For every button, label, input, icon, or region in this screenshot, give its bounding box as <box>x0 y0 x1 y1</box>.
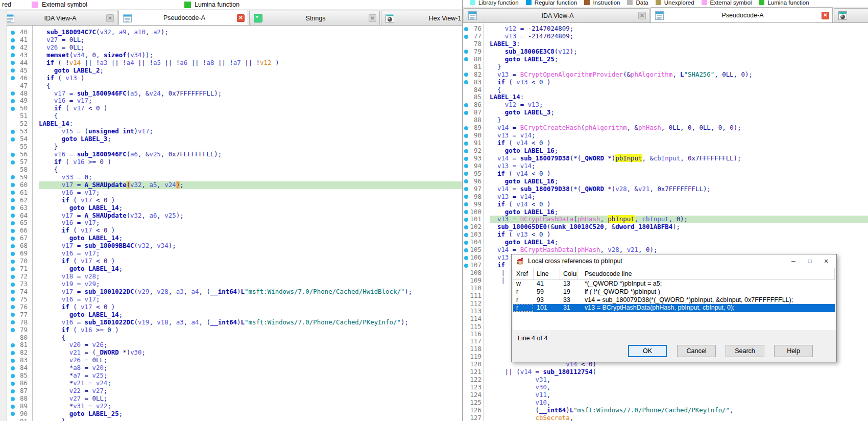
code-line[interactable]: 80 { <box>0 334 462 342</box>
code-line[interactable]: 60 v17 = A_SHAUpdate(v32, a5, v24); <box>0 181 462 189</box>
code-line[interactable]: 78 v16 = sub_1801022DC(v19, v18, a3, a4,… <box>0 319 462 326</box>
code-line[interactable]: 59 v33 = 0; <box>0 174 462 181</box>
code-line[interactable]: 76 if ( v17 < 0 ) <box>0 303 462 311</box>
code-line[interactable]: 68 v17 = sub_18009BB4C(v32, v34); <box>0 242 462 250</box>
code-line[interactable]: 51 { <box>0 112 462 120</box>
help-button[interactable]: Help <box>774 345 813 357</box>
code-line[interactable]: 77 goto LABEL_14; <box>0 311 462 319</box>
code-line[interactable]: 86 *v21 = v24; <box>0 380 462 387</box>
code-line[interactable]: 125 v10, <box>463 399 868 407</box>
code-line[interactable]: 101 v13 = BCryptHashData(phHash, pbInput… <box>463 216 868 223</box>
code-line[interactable]: 88 } <box>463 116 868 124</box>
tab-close-icon[interactable]: ✕ <box>237 14 245 22</box>
code-line[interactable]: 98 v13 = v14; <box>463 193 868 201</box>
code-line[interactable]: 77 v13 = -2147024809; <box>463 33 868 40</box>
tab-ida-view-a[interactable]: IDA View-A✕ <box>1 11 117 25</box>
code-line[interactable]: 70 if ( v17 < 0 ) <box>0 258 462 265</box>
code-line[interactable]: 122 v31, <box>463 376 868 384</box>
column-header-line[interactable]: Line <box>534 268 560 279</box>
code-line[interactable]: 66 if ( v17 < 0 ) <box>0 227 462 235</box>
code-line[interactable]: 104 goto LABEL_14; <box>463 239 868 246</box>
code-line[interactable]: 40 sub_180094C7C(v32, a9, a10, a2); <box>0 29 462 36</box>
code-line[interactable]: 90 v13 = v14; <box>463 132 868 139</box>
code-line[interactable]: 72 v18 = v28; <box>0 273 462 280</box>
code-line[interactable]: 123 v30, <box>463 384 868 391</box>
code-line[interactable]: 61 v16 = v17; <box>0 189 462 197</box>
code-line[interactable]: 92 goto LABEL_16; <box>463 147 868 155</box>
code-line[interactable]: 62 if ( v17 < 0 ) <box>0 197 462 204</box>
tab-hex-view-1[interactable]: Hex View-1 <box>834 8 868 22</box>
code-line[interactable]: 89 *v31 = v22; <box>0 403 462 410</box>
code-line[interactable]: 43 memset(v34, 0, sizeof(v34)); <box>0 52 462 59</box>
code-line[interactable]: 89 v14 = BCryptCreateHash(phAlgorithm, &… <box>463 124 868 132</box>
search-button[interactable]: Search <box>726 345 764 357</box>
code-line[interactable]: 103 if ( v13 < 0 ) <box>463 231 868 239</box>
code-line[interactable]: 81 } <box>463 63 868 71</box>
column-header-column[interactable]: Column <box>560 268 577 279</box>
code-line[interactable]: 97 v14 = sub_180079D38(*(_QWORD *)v28, &… <box>463 185 868 193</box>
tab-pseudocode-a[interactable]: Pseudocode-A✕ <box>650 7 833 23</box>
maximize-icon[interactable]: □ <box>802 256 818 266</box>
code-line[interactable]: 91 } <box>0 418 462 421</box>
code-line[interactable]: 44 if ( !v14 || !a3 || !a4 || !a5 || !a6… <box>0 59 462 67</box>
code-line[interactable]: 84 *a8 = v20; <box>0 364 462 372</box>
code-line[interactable]: 55 } <box>0 143 462 151</box>
code-line[interactable]: 84 { <box>463 86 868 94</box>
code-line[interactable]: 42 v26 = 0LL; <box>0 44 462 52</box>
column-header-pseudocode-line[interactable]: Pseudocode line <box>577 268 835 279</box>
code-line[interactable]: 71 goto LABEL_14; <box>0 265 462 273</box>
code-line[interactable]: 87 v22 = v27; <box>0 387 462 395</box>
code-line[interactable]: 85 *a7 = v25; <box>0 372 462 380</box>
code-line[interactable]: 48 v17 = sub_1800946FC(a5, &v24, 0x7FFFF… <box>0 90 462 98</box>
xref-row[interactable]: r9333v14 = sub_180079D38(*(_QWORD *)pbIn… <box>513 296 835 305</box>
code-line[interactable]: 78LABEL_3: <box>463 40 868 48</box>
tab-close-icon[interactable]: ✕ <box>106 14 114 22</box>
xref-row[interactable]: r5919if ( !*(_QWORD *)pbInput ) <box>513 288 835 296</box>
code-line[interactable]: 52LABEL_14: <box>0 120 462 128</box>
code-line[interactable]: 79 if ( v16 >= 0 ) <box>0 326 462 334</box>
code-line[interactable]: 102 sub_180065DE0(&unk_18018C520, &dword… <box>463 223 868 231</box>
cancel-button[interactable]: Cancel <box>677 345 716 357</box>
code-line[interactable]: 124 v11, <box>463 391 868 399</box>
code-line[interactable]: 85LABEL_14: <box>463 93 868 101</box>
code-line[interactable]: 94 v13 = v14; <box>463 162 868 170</box>
code-line[interactable]: 91 if ( v14 < 0 ) <box>463 139 868 147</box>
code-line[interactable]: 74 v17 = sub_1801022DC(v29, v28, a3, a4,… <box>0 288 462 296</box>
code-line[interactable]: 69 v16 = v17; <box>0 250 462 258</box>
code-line[interactable]: 75 v16 = v17; <box>0 296 462 303</box>
code-line[interactable]: 47 { <box>0 82 462 90</box>
code-line[interactable]: 87 goto LABEL_3; <box>463 109 868 116</box>
code-line[interactable]: 93 v14 = sub_180079D38(*(_QWORD *)pbInpu… <box>463 155 868 162</box>
xref-row[interactable]: w4113*(_QWORD *)pbInput = a5; <box>513 280 835 288</box>
left-pseudocode-pane[interactable]: 40 sub_180094C7C(v32, a9, a10, a2);41 v2… <box>0 26 462 421</box>
code-line[interactable]: 41 v27 = 0LL; <box>0 36 462 44</box>
code-line[interactable]: 50 if ( v17 < 0 ) <box>0 105 462 112</box>
code-line[interactable]: 83 if ( v13 < 0 ) <box>463 79 868 86</box>
code-line[interactable]: 80 goto LABEL_25; <box>463 56 868 63</box>
code-line[interactable]: 49 v16 = v17; <box>0 97 462 105</box>
tab-pseudocode-a[interactable]: Pseudocode-A✕ <box>118 10 248 26</box>
code-line[interactable]: 100 goto LABEL_16; <box>463 208 868 216</box>
ok-button[interactable]: OK <box>628 345 667 357</box>
code-line[interactable]: 53 v15 = (unsigned int)v17; <box>0 128 462 135</box>
code-line[interactable]: 96 goto LABEL_16; <box>463 178 868 185</box>
xref-row[interactable]: r10131v13 = BCryptHashData(phHash, pbInp… <box>513 304 835 312</box>
code-line[interactable]: 90 goto LABEL_25; <box>0 410 462 418</box>
code-line[interactable]: 82 v21 = (_DWORD *)v30; <box>0 349 462 357</box>
column-header-xref[interactable]: Xref <box>513 268 534 279</box>
tab-close-icon[interactable]: ✕ <box>822 12 829 19</box>
code-line[interactable]: 88 v27 = 0LL; <box>0 395 462 403</box>
tab-ida-view-a[interactable]: IDA View-A✕ <box>464 8 649 22</box>
code-line[interactable]: 95 if ( v14 < 0 ) <box>463 170 868 178</box>
code-line[interactable]: 63 goto LABEL_14; <box>0 204 462 212</box>
tab-strings[interactable]: ”Strings✕ <box>249 11 380 25</box>
tab-hex-view-1[interactable]: Hex View-1 <box>381 11 462 25</box>
code-line[interactable]: 83 v26 = 0LL; <box>0 357 462 364</box>
code-line[interactable]: 46 if ( v13 ) <box>0 75 462 82</box>
code-line[interactable]: 54 goto LABEL_3; <box>0 135 462 143</box>
code-line[interactable]: 127 cbSecreta, <box>463 414 868 421</box>
code-line[interactable]: 79 sub_18006E3C8(v12); <box>463 48 868 56</box>
close-icon[interactable]: ✕ <box>818 256 834 266</box>
tab-close-icon[interactable]: ✕ <box>369 14 376 22</box>
code-line[interactable]: 82 v13 = BCryptOpenAlgorithmProvider(&ph… <box>463 71 868 79</box>
